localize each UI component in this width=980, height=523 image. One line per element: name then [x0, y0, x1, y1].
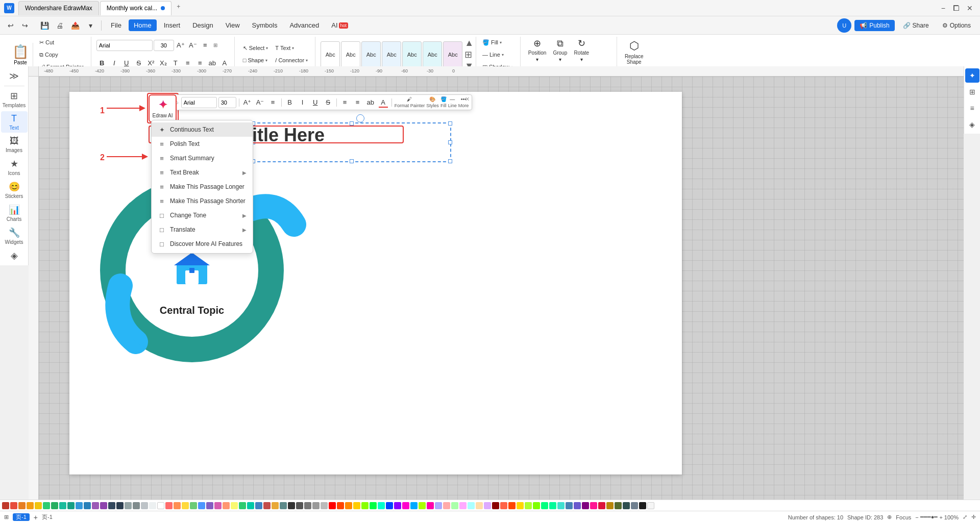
ft-strike[interactable]: S [323, 97, 334, 108]
color-swatch-56[interactable] [459, 502, 467, 509]
snap-button[interactable]: ⊕ [887, 514, 892, 520]
color-swatch-0[interactable] [2, 502, 9, 509]
ft-fill[interactable]: 🪣 Fill [440, 96, 447, 108]
color-swatch-32[interactable] [263, 502, 271, 509]
color-swatch-36[interactable] [296, 502, 303, 509]
rp-panel3-button[interactable]: ◈ [965, 117, 979, 132]
color-swatch-65[interactable] [533, 502, 540, 509]
styles-up-arrow[interactable]: ▲ [463, 38, 475, 48]
color-swatch-68[interactable] [557, 502, 565, 509]
zoom-slider[interactable]: ━━━●━ [920, 514, 938, 520]
ft-line[interactable]: — Line [448, 96, 457, 108]
color-swatch-5[interactable] [43, 502, 50, 509]
cm-make-longer[interactable]: ≡ Make This Passage Longer [152, 180, 253, 194]
cut-button[interactable]: ✂ Cut [36, 37, 87, 48]
edraw-ai-button[interactable]: ✦ Edraw AI [149, 94, 177, 122]
copy-button[interactable]: ⧉ Copy [36, 49, 87, 60]
color-swatch-49[interactable] [402, 502, 409, 509]
export-button[interactable]: 📤 [68, 19, 82, 32]
color-swatch-76[interactable] [623, 502, 630, 509]
publish-button[interactable]: 📢 Publish [854, 20, 894, 31]
ft-font-input[interactable] [181, 97, 217, 108]
color-swatch-13[interactable] [108, 502, 115, 509]
color-swatch-66[interactable] [541, 502, 548, 509]
fullscreen-button[interactable]: ⤢ [963, 514, 967, 520]
rp-ai-button[interactable]: ✦ [965, 68, 979, 83]
color-swatch-41[interactable] [337, 502, 344, 509]
color-swatch-15[interactable] [125, 502, 132, 509]
ft-size-input[interactable] [218, 97, 236, 108]
sidebar-images[interactable]: 🖼 Images [1, 134, 28, 155]
color-swatch-21[interactable] [174, 502, 181, 509]
color-swatch-37[interactable] [304, 502, 311, 509]
ft-styles[interactable]: 🎨 Styles [426, 96, 439, 108]
color-swatch-55[interactable] [451, 502, 458, 509]
color-swatch-22[interactable] [182, 502, 189, 509]
color-swatch-31[interactable] [255, 502, 262, 509]
color-swatch-60[interactable] [492, 502, 499, 509]
menu-view[interactable]: View [220, 19, 245, 31]
font-expand-button[interactable]: ⊞ [212, 42, 219, 48]
sidebar-templates[interactable]: ⊞ Templates [1, 88, 28, 110]
color-swatch-23[interactable] [190, 502, 197, 509]
color-swatch-16[interactable] [133, 502, 140, 509]
ft-color[interactable]: A [378, 97, 389, 108]
color-swatch-24[interactable] [198, 502, 205, 509]
color-swatch-12[interactable] [100, 502, 107, 509]
color-swatch-52[interactable] [427, 502, 434, 509]
shape-button[interactable]: □ Shape ▾ [240, 55, 272, 66]
style-swatch-5[interactable]: Abc [402, 41, 422, 68]
color-swatch-19[interactable] [157, 502, 164, 509]
paste-button[interactable]: 📋 Paste [8, 43, 33, 66]
more-button[interactable]: ▾ [84, 19, 97, 32]
color-swatch-45[interactable] [370, 502, 377, 509]
color-swatch-27[interactable] [223, 502, 230, 509]
color-swatch-63[interactable] [517, 502, 524, 509]
restore-button[interactable]: ⧠ [949, 4, 963, 12]
ft-increase-font[interactable]: A⁺ [242, 97, 253, 108]
sidebar-widgets[interactable]: 🔧 Widgets [1, 225, 28, 247]
color-swatch-26[interactable] [214, 502, 222, 509]
color-swatch-75[interactable] [615, 502, 622, 509]
color-swatch-78[interactable] [639, 502, 646, 509]
ft-decrease-font[interactable]: A⁻ [255, 97, 266, 108]
color-swatch-28[interactable] [231, 502, 238, 509]
group-button[interactable]: ⧉ Group ▾ [550, 37, 570, 63]
color-swatch-54[interactable] [443, 502, 450, 509]
color-swatch-72[interactable] [590, 502, 597, 509]
color-swatch-43[interactable] [353, 502, 360, 509]
position-button[interactable]: ⊕ Position ▾ [526, 37, 549, 63]
decrease-font-button[interactable]: A⁻ [187, 40, 199, 51]
page-number[interactable]: 页-1 [13, 513, 30, 521]
ft-indent[interactable]: ≡ [352, 97, 363, 108]
color-swatch-44[interactable] [361, 502, 369, 509]
color-swatch-53[interactable] [435, 502, 442, 509]
color-swatch-64[interactable] [525, 502, 532, 509]
color-swatch-7[interactable] [59, 502, 66, 509]
color-swatch-17[interactable] [141, 502, 148, 509]
color-swatch-74[interactable] [606, 502, 614, 509]
color-swatch-35[interactable] [288, 502, 295, 509]
canvas-content[interactable]: Central Topic itle Here ○ [39, 77, 964, 511]
color-swatch-47[interactable] [386, 502, 393, 509]
color-swatch-50[interactable] [410, 502, 418, 509]
print-button[interactable]: 🖨 [53, 19, 66, 32]
color-swatch-48[interactable] [394, 502, 401, 509]
ft-list[interactable]: ≡ [339, 97, 351, 108]
color-swatch-51[interactable] [419, 502, 426, 509]
close-button[interactable]: ✕ [964, 4, 976, 12]
cm-polish-text[interactable]: ≡ Polish Text [152, 137, 253, 151]
style-swatch-4[interactable]: Abc [382, 41, 401, 68]
line-button[interactable]: — Line ▾ [479, 49, 516, 60]
cm-discover[interactable]: □ Discover More AI Features [152, 237, 253, 251]
menu-file[interactable]: File [106, 19, 127, 31]
color-swatch-62[interactable] [508, 502, 516, 509]
color-swatch-61[interactable] [500, 502, 507, 509]
rotate-button[interactable]: ↻ Rotate ▾ [571, 37, 592, 63]
font-name-input[interactable] [96, 40, 153, 51]
cm-text-break[interactable]: ≡ Text Break ▶ [152, 165, 253, 180]
color-swatch-9[interactable] [76, 502, 83, 509]
ft-ab[interactable]: ab [365, 97, 376, 108]
replace-shape-button[interactable]: ⬡ ReplaceShape [622, 37, 646, 67]
style-swatch-2[interactable]: Abc [341, 41, 360, 68]
